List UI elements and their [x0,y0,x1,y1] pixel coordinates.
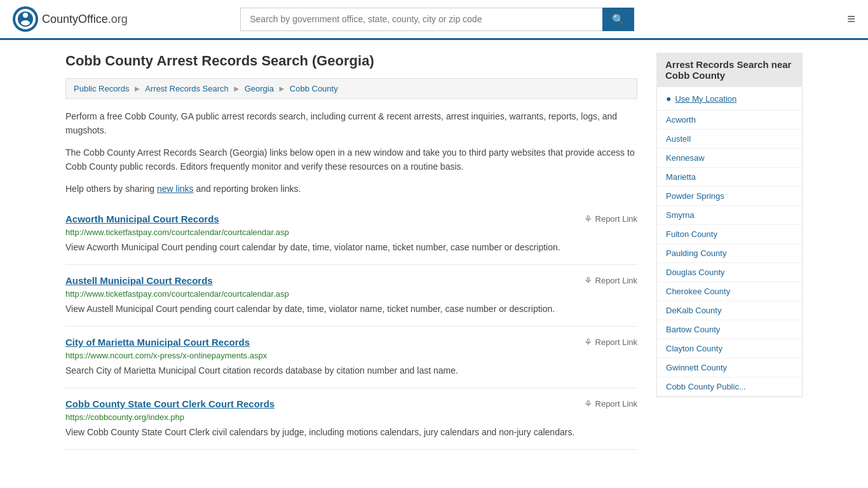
search-button[interactable]: 🔍 [602,8,634,31]
content-area: Cobb County Arrest Records Search (Georg… [65,53,637,450]
breadcrumb-sep-2: ► [233,84,241,93]
sidebar-link-10[interactable]: DeKalb County [657,301,802,320]
record-url-2: https://www.ncourt.com/x-press/x-onlinep… [65,351,637,360]
menu-button[interactable]: ≡ [847,11,855,27]
description-3: Help others by sharing new links and rep… [65,182,637,196]
search-bar: 🔍 [240,8,634,31]
record-url-1: http://www.ticketfastpay.com/courtcalend… [65,289,637,299]
report-label-2: Report Link [595,337,637,347]
sidebar: Arrest Records Search near Cobb County ●… [656,53,803,450]
svg-point-3 [23,13,28,18]
breadcrumb-arrest-records[interactable]: Arrest Records Search [145,84,229,93]
record-desc-1: View Austell Municipal Court pending cou… [65,302,637,316]
logo-text: CountyOffice.org [42,13,128,26]
record-desc-0: View Acworth Municipal Court pending cou… [65,241,637,254]
search-input[interactable] [240,8,602,31]
report-label-1: Report Link [595,276,637,285]
record-item: City of Marietta Municipal Court Records… [65,327,637,388]
sidebar-content: ● Use My Location AcworthAustellKennesaw… [656,87,803,397]
hamburger-icon: ≡ [847,11,855,27]
record-title-3[interactable]: Cobb County State Court Clerk Court Reco… [65,398,275,409]
report-icon-1: ⚘ [584,275,592,287]
sidebar-links-list: AcworthAustellKennesawMariettaPowder Spr… [657,111,802,396]
sidebar-link-9[interactable]: Cherokee County [657,282,802,301]
report-label-0: Report Link [595,214,637,224]
record-title-0[interactable]: Acworth Municipal Court Records [65,214,219,224]
sidebar-link-8[interactable]: Douglas County [657,263,802,282]
report-icon-2: ⚘ [584,337,592,348]
breadcrumb-sep-1: ► [133,84,141,93]
report-link-1[interactable]: ⚘ Report Link [584,275,637,287]
breadcrumb-sep-3: ► [278,84,286,93]
record-desc-3: View Cobb County State Court Clerk civil… [65,426,637,439]
record-title-1[interactable]: Austell Municipal Court Records [65,275,213,286]
record-item: Austell Municipal Court Records ⚘ Report… [65,265,637,327]
svg-point-4 [21,20,30,25]
sidebar-link-7[interactable]: Paulding County [657,244,802,263]
sidebar-link-5[interactable]: Smyrna [657,206,802,225]
report-icon-0: ⚘ [584,214,592,225]
sidebar-link-14[interactable]: Cobb County Public... [657,377,802,396]
record-desc-2: Search City of Marietta Municipal Court … [65,364,637,377]
sidebar-link-4[interactable]: Powder Springs [657,187,802,206]
report-link-3[interactable]: ⚘ Report Link [584,398,637,410]
sidebar-link-11[interactable]: Bartow County [657,320,802,339]
breadcrumb-cobb-county[interactable]: Cobb County [290,84,338,93]
records-list: Acworth Municipal Court Records ⚘ Report… [65,203,637,450]
sidebar-link-6[interactable]: Fulton County [657,225,802,244]
sidebar-link-2[interactable]: Kennesaw [657,149,802,168]
sidebar-use-location: ● Use My Location [657,87,802,111]
breadcrumb-georgia[interactable]: Georgia [245,84,274,93]
report-link-2[interactable]: ⚘ Report Link [584,337,637,348]
breadcrumb-public-records[interactable]: Public Records [74,84,129,93]
record-url-3: https://cobbcounty.org/index.php [65,412,637,422]
logo-icon [13,6,38,32]
sidebar-link-13[interactable]: Gwinnett County [657,358,802,377]
record-url-0: http://www.ticketfastpay.com/courtcalend… [65,227,637,237]
sidebar-link-1[interactable]: Austell [657,130,802,149]
sidebar-link-12[interactable]: Clayton County [657,339,802,358]
report-label-3: Report Link [595,399,637,409]
new-links-link[interactable]: new links [157,184,194,194]
record-item: Cobb County State Court Clerk Court Reco… [65,388,637,450]
record-title-2[interactable]: City of Marietta Municipal Court Records [65,337,250,348]
site-header: CountyOffice.org 🔍 ≡ [0,0,868,40]
main-container: Cobb County Arrest Records Search (Georg… [53,40,815,463]
report-link-0[interactable]: ⚘ Report Link [584,214,637,225]
use-my-location-link[interactable]: Use My Location [675,94,736,104]
sidebar-link-0[interactable]: Acworth [657,111,802,130]
report-icon-3: ⚘ [584,398,592,410]
record-item: Acworth Municipal Court Records ⚘ Report… [65,203,637,265]
page-title: Cobb County Arrest Records Search (Georg… [65,53,637,69]
search-icon: 🔍 [612,14,625,25]
sidebar-header: Arrest Records Search near Cobb County [656,53,803,87]
location-pin-icon: ● [666,93,671,104]
logo-link[interactable]: CountyOffice.org [13,6,128,32]
description-2: The Cobb County Arrest Records Search (G… [65,146,637,174]
breadcrumb: Public Records ► Arrest Records Search ►… [65,78,637,99]
description-1: Perform a free Cobb County, GA public ar… [65,109,637,138]
sidebar-link-3[interactable]: Marietta [657,168,802,187]
